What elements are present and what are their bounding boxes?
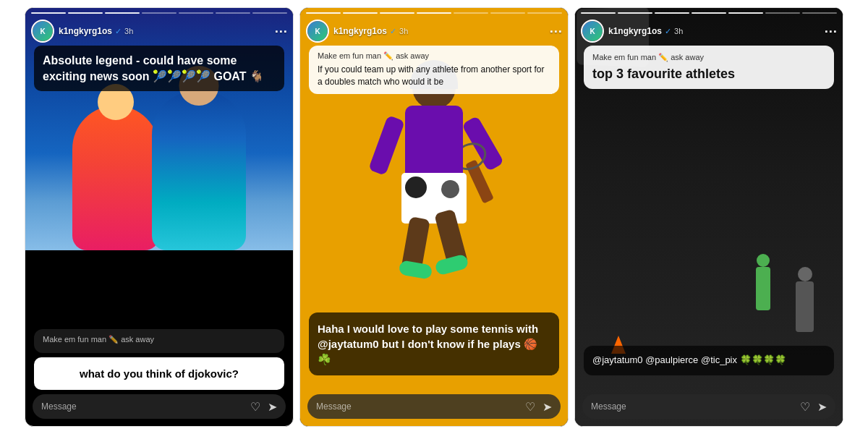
story-card-3: K k1ngkyrg1os ✓ 3h ⋯ Make em fun man ✏️ … — [574, 7, 843, 427]
more-options-1[interactable]: ⋯ — [274, 23, 287, 39]
user-info-3: k1ngkyrg1os ✓ 3h — [608, 26, 683, 36]
dark-person — [796, 281, 814, 332]
progress-7 — [252, 12, 287, 14]
story1-photo — [25, 8, 293, 250]
send-icon-2[interactable]: ➤ — [542, 400, 552, 414]
more-options-2[interactable]: ⋯ — [549, 23, 562, 39]
progress2-3 — [380, 12, 414, 14]
username-1: k1ngkyrg1os — [59, 26, 112, 36]
progress2-7 — [527, 12, 562, 14]
header-left-1: K k1ngkyrg1os ✓ 3h — [31, 20, 133, 43]
message-icons-3: ♡ ➤ — [800, 400, 827, 414]
more-options-3[interactable]: ⋯ — [824, 23, 837, 39]
message-placeholder-3: Message — [591, 401, 800, 412]
progress-5 — [179, 12, 213, 14]
progress-3 — [105, 12, 140, 14]
username-2: k1ngkyrg1os — [333, 26, 387, 36]
progress3-6 — [765, 12, 800, 14]
avatar-inner-2: K — [307, 21, 328, 41]
tennis-player-figure — [362, 66, 506, 312]
story2-response-text: Haha I would love to play some tennis wi… — [318, 321, 550, 367]
shoe-left — [399, 260, 433, 280]
progress-6 — [216, 12, 250, 14]
time-label-3: 3h — [674, 27, 683, 35]
avatar-1: K — [31, 20, 54, 43]
message-placeholder-2: Message — [316, 401, 525, 412]
story1-bottom-box: Make em fun man ✏️ ask away what do you … — [34, 329, 284, 390]
progress3-7 — [802, 12, 837, 14]
time-label-1: 3h — [124, 27, 133, 35]
verified-icon-3: ✓ — [665, 27, 671, 36]
message-icons-1: ♡ ➤ — [250, 400, 277, 414]
username-row-3: k1ngkyrg1os ✓ 3h — [608, 26, 683, 36]
avatar-inner-1: K — [33, 21, 53, 41]
story-header-1: K k1ngkyrg1os ✓ 3h ⋯ — [31, 20, 287, 43]
username-row-1: k1ngkyrg1os ✓ 3h — [59, 26, 133, 36]
heart-icon-3[interactable]: ♡ — [800, 400, 810, 414]
progress2-2 — [343, 12, 378, 14]
heart-icon-1[interactable]: ♡ — [250, 400, 260, 414]
story3-athletes-text: @jaytatum0 @paulpierce @tic_pix 🍀🍀🍀🍀 — [592, 353, 825, 368]
progress2-6 — [490, 12, 525, 14]
ask-answer-1: what do you think of djokovic? — [34, 357, 284, 390]
progress-4 — [142, 12, 176, 14]
progress-bars-3 — [581, 12, 837, 14]
progress3-4 — [692, 12, 726, 14]
progress-1 — [31, 12, 66, 14]
avatar-2: K — [306, 20, 329, 43]
time-label-2: 3h — [399, 27, 408, 35]
shoe-right — [434, 254, 469, 276]
username-3: k1ngkyrg1os — [608, 26, 662, 36]
ask-label-1: Make em fun man ✏️ ask away — [43, 335, 276, 344]
message-bar-2[interactable]: Message ♡ ➤ — [307, 394, 561, 419]
progress2-4 — [417, 12, 451, 14]
username-row-2: k1ngkyrg1os ✓ 3h — [333, 26, 408, 36]
ask-box-1: Make em fun man ✏️ ask away — [34, 329, 284, 353]
story-card-1: K k1ngkyrg1os ✓ 3h ⋯ Absolute legend - c… — [25, 7, 294, 427]
story2-ask-label: Make em fun man ✏️ ask away — [318, 51, 550, 61]
user-info-2: k1ngkyrg1os ✓ 3h — [333, 26, 408, 36]
message-icons-2: ♡ ➤ — [525, 400, 552, 414]
story2-response-box: Haha I would love to play some tennis wi… — [309, 312, 559, 375]
story3-ask-box: Make em fun man ✏️ ask away top 3 favour… — [584, 46, 834, 89]
story1-main-text: Absolute legend - could have some exciti… — [43, 53, 276, 84]
progress3-5 — [728, 12, 763, 14]
header-left-2: K k1ngkyrg1os ✓ 3h — [306, 20, 408, 43]
story2-question: If you could team up with any athlete fr… — [318, 64, 550, 88]
send-icon-1[interactable]: ➤ — [268, 400, 277, 414]
header-left-3: K k1ngkyrg1os ✓ 3h — [581, 20, 683, 43]
athletes-photo — [25, 81, 293, 251]
send-icon-3[interactable]: ➤ — [817, 400, 827, 414]
arm-left — [368, 115, 405, 176]
avatar-3: K — [581, 20, 604, 43]
story3-ask-label: Make em fun man ✏️ ask away — [592, 53, 825, 62]
verified-icon-1: ✓ — [115, 27, 122, 36]
story1-text-overlay: Absolute legend - could have some exciti… — [34, 46, 284, 91]
progress3-2 — [618, 12, 652, 14]
progress-2 — [68, 12, 103, 14]
progress3-3 — [655, 12, 689, 14]
person2-silhouette — [152, 91, 246, 250]
user-info-1: k1ngkyrg1os ✓ 3h — [59, 26, 133, 36]
heart-icon-2[interactable]: ♡ — [525, 400, 535, 414]
figure-shorts — [401, 173, 467, 224]
green-person — [756, 267, 770, 310]
story3-athletes-box: @jaytatum0 @paulpierce @tic_pix 🍀🍀🍀🍀 — [584, 346, 834, 375]
story2-ask-box: Make em fun man ✏️ ask away If you could… — [309, 46, 559, 94]
message-placeholder-1: Message — [41, 401, 250, 412]
message-bar-3[interactable]: Message ♡ ➤ — [582, 394, 835, 419]
progress3-1 — [581, 12, 616, 14]
progress2-5 — [454, 12, 488, 14]
progress-bars-2 — [306, 12, 562, 14]
story3-main-text: top 3 favourite athletes — [592, 67, 825, 82]
message-bar-1[interactable]: Message ♡ ➤ — [33, 394, 286, 419]
story-header-2: K k1ngkyrg1os ✓ 3h ⋯ — [306, 20, 562, 43]
figure-torso — [405, 106, 463, 178]
progress-bars-1 — [31, 12, 287, 14]
person1-silhouette — [72, 106, 159, 250]
progress2-1 — [306, 12, 341, 14]
story-header-3: K k1ngkyrg1os ✓ 3h ⋯ — [581, 20, 837, 43]
avatar-inner-3: K — [582, 21, 603, 41]
ask-answer-text-1: what do you think of djokovic? — [43, 367, 276, 380]
story-card-2: K k1ngkyrg1os ✓ 3h ⋯ — [299, 7, 569, 427]
